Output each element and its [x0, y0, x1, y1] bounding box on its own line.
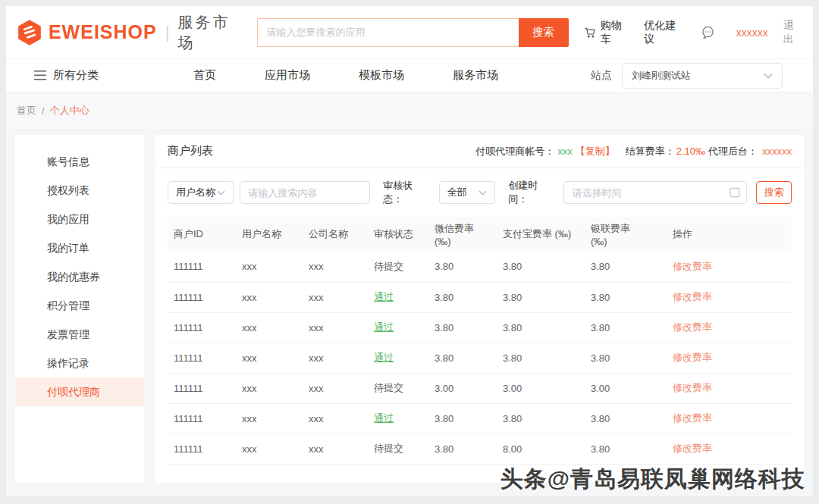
message-link[interactable] [701, 25, 720, 39]
chevron-down-icon [764, 73, 773, 79]
status-cell: 待提交 [368, 373, 428, 403]
sidebar-item-1[interactable]: 授权列表 [15, 176, 144, 205]
unionpay-rate-cell: 3.80 [585, 434, 667, 464]
app-search: 搜索 [257, 18, 569, 47]
chevron-down-icon [479, 190, 487, 196]
status-cell: 通过 [368, 343, 428, 373]
company-name-cell: xxx [303, 434, 368, 464]
date-picker-input[interactable] [563, 181, 747, 204]
merchant-id-cell: 111111 [168, 403, 236, 434]
app-search-input[interactable] [257, 18, 519, 47]
alipay-rate-cell: 3.80 [497, 312, 585, 343]
unionpay-rate-cell: 3.80 [585, 343, 667, 373]
sidebar-item-2[interactable]: 我的应用 [15, 205, 144, 233]
cart-icon [584, 26, 596, 39]
table-row: 111111xxxxxx待提交3.808.003.80修改费率 [168, 434, 792, 464]
all-categories-button[interactable]: 所有分类 [34, 68, 99, 83]
logo[interactable]: EWEISHOP | 服务市场 [17, 12, 240, 53]
nav-item-0[interactable]: 首页 [193, 68, 216, 83]
modify-rate-link[interactable]: 修改费率 [673, 321, 712, 333]
all-categories-label: 所有分类 [53, 68, 99, 83]
user-name-cell: xxx [236, 312, 303, 343]
user-name-cell: xxx [236, 282, 303, 312]
copy-button[interactable]: 【复制】 [576, 145, 615, 158]
alipay-rate-cell: 8.00 [497, 434, 585, 464]
status-badge[interactable]: 通过 [374, 321, 394, 333]
filter-bar: 用户名称 审核状态： 全部 创建时间： 搜索 [155, 168, 804, 217]
status-badge[interactable]: 通过 [374, 352, 394, 363]
hamburger-icon [34, 70, 46, 80]
column-header-3: 审核状态 [368, 217, 428, 252]
alipay-rate-cell: 3.80 [497, 252, 585, 282]
table-row: 111111xxxxxx通过3.803.803.80修改费率 [168, 312, 792, 343]
modify-rate-link[interactable]: 修改费率 [673, 443, 712, 454]
company-name-cell: xxx [303, 312, 368, 343]
status-cell: 待提交 [368, 434, 428, 464]
page: EWEISHOP | 服务市场 搜索 购物车 优化建议 [6, 6, 813, 496]
nav-item-1[interactable]: 应用市场 [265, 68, 310, 83]
status-badge[interactable]: 通过 [374, 412, 394, 424]
merchant-id-cell: 111111 [168, 373, 236, 403]
nav-right: 站点 刘峰刚测试站 [591, 63, 783, 89]
settlement-rate-label: 结算费率： [626, 145, 675, 158]
search-field-select[interactable]: 用户名称 [168, 181, 234, 204]
wechat-rate-cell: 3.80 [428, 403, 497, 434]
sidebar-item-4[interactable]: 我的优惠券 [15, 262, 144, 291]
sidebar: 账号信息授权列表我的应用我的订单我的优惠券积分管理发票管理操作记录付呗代理商 [15, 135, 144, 483]
cart-link[interactable]: 购物车 [584, 19, 629, 46]
action-cell: 修改费率 [667, 312, 792, 343]
breadcrumb: 首页 / 个人中心 [6, 92, 813, 129]
settlement-rate-value: 2.10‰ [676, 146, 705, 157]
unionpay-rate-cell: 3.80 [585, 282, 667, 312]
company-name-cell: xxx [303, 373, 368, 403]
sidebar-item-5[interactable]: 积分管理 [15, 291, 144, 320]
breadcrumb-separator: / [42, 105, 45, 117]
app-search-button[interactable]: 搜索 [519, 18, 569, 47]
company-name-cell: xxx [303, 252, 368, 282]
site-select[interactable]: 刘峰刚测试站 [622, 63, 783, 89]
agent-account-value: xxx [557, 146, 573, 157]
status-badge[interactable]: 通过 [374, 291, 394, 302]
filter-search-button[interactable]: 搜索 [756, 181, 792, 204]
merchant-id-cell: 111111 [168, 434, 236, 464]
eweishop-logo-icon [17, 18, 42, 47]
modify-rate-link[interactable]: 修改费率 [673, 352, 712, 363]
nav-item-2[interactable]: 模板市场 [359, 68, 404, 83]
agent-backend-label: 代理后台： [708, 145, 758, 158]
alipay-rate-cell: 3.80 [497, 403, 585, 434]
agent-backend-value[interactable]: xxxxxx [762, 146, 792, 157]
status-select-value: 全部 [447, 186, 467, 199]
column-header-4: 微信费率 (‰) [428, 217, 497, 252]
column-header-6: 银联费率 (‰) [585, 217, 667, 252]
sidebar-item-3[interactable]: 我的订单 [15, 233, 144, 262]
status-filter-label: 审核状态： [383, 179, 431, 206]
logo-text: EWEISHOP [49, 21, 157, 43]
unionpay-rate-cell: 3.00 [585, 373, 667, 403]
modify-rate-link[interactable]: 修改费率 [673, 291, 712, 302]
content: 账号信息授权列表我的应用我的订单我的优惠券积分管理发票管理操作记录付呗代理商 商… [6, 129, 813, 496]
merchant-table-wrap: 商户ID用户名称公司名称审核状态微信费率 (‰)支付宝费率 (‰)银联费率 (‰… [155, 217, 804, 483]
sidebar-item-8[interactable]: 付呗代理商 [15, 377, 144, 406]
table-row: 111111xxxxxx通过3.803.803.80修改费率 [168, 282, 792, 312]
sidebar-item-0[interactable]: 账号信息 [15, 147, 144, 176]
alipay-rate-cell: 3.00 [497, 373, 585, 403]
logout-link[interactable]: 退出 [783, 19, 802, 46]
modify-rate-link[interactable]: 修改费率 [673, 261, 712, 272]
status-select[interactable]: 全部 [439, 181, 495, 204]
optimize-label: 优化建议 [644, 19, 682, 46]
merchant-id-cell: 111111 [168, 343, 236, 373]
optimize-suggestion-link[interactable]: 优化建议 [644, 19, 682, 46]
alipay-rate-cell: 3.80 [497, 343, 585, 373]
column-header-2: 公司名称 [303, 217, 368, 252]
modify-rate-link[interactable]: 修改费率 [673, 382, 712, 393]
breadcrumb-home[interactable]: 首页 [17, 104, 36, 117]
nav-item-3[interactable]: 服务市场 [453, 68, 498, 83]
action-cell: 修改费率 [667, 282, 792, 312]
username-link[interactable]: xxxxxx [736, 27, 768, 39]
logo-subtitle: 服务市场 [177, 12, 240, 53]
calendar-icon [730, 187, 740, 198]
modify-rate-link[interactable]: 修改费率 [673, 412, 712, 424]
sidebar-item-6[interactable]: 发票管理 [15, 320, 144, 349]
keyword-input[interactable] [240, 181, 370, 204]
sidebar-item-7[interactable]: 操作记录 [15, 349, 144, 377]
